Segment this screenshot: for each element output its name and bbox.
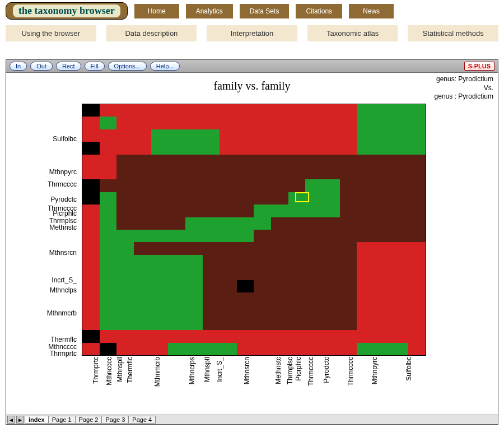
heatmap-cell xyxy=(168,280,185,292)
nav-news[interactable]: News xyxy=(349,4,394,18)
subnav-datadesc[interactable]: Data description xyxy=(106,25,197,41)
heatmap-cell xyxy=(305,292,323,305)
heatmap-cell xyxy=(340,129,357,142)
subnav-using[interactable]: Using the browser xyxy=(6,25,96,41)
heatmap-cell xyxy=(116,179,134,192)
heatmap-cell xyxy=(305,117,323,129)
heatmap-cell xyxy=(168,155,185,167)
x-tick-label: Mthncccc xyxy=(105,357,113,385)
heatmap-cell xyxy=(254,204,271,217)
heatmap-cell xyxy=(340,230,357,242)
heatmap[interactable] xyxy=(82,104,426,356)
heatmap-cell xyxy=(237,155,254,167)
x-tick-label: Thrmplsc xyxy=(286,357,294,384)
heatmap-cell xyxy=(203,129,220,142)
subnav-interpretation[interactable]: Interpretation xyxy=(207,25,297,41)
heatmap-cell xyxy=(254,192,271,204)
heatmap-cell xyxy=(237,167,254,179)
y-tick-label: Mthnpyrc xyxy=(49,168,77,176)
heatmap-cell xyxy=(288,179,306,192)
options-button[interactable]: Options... xyxy=(108,62,147,71)
heatmap-cell xyxy=(151,267,169,280)
x-tick-label: Thrmcccc xyxy=(307,357,315,386)
heatmap-cell xyxy=(237,318,254,330)
heatmap-cell xyxy=(323,343,340,355)
heatmap-cell xyxy=(323,217,340,230)
heatmap-cell xyxy=(323,280,340,292)
heatmap-cell xyxy=(271,292,288,305)
heatmap-cell xyxy=(323,179,340,192)
heatmap-cell xyxy=(134,292,151,305)
heatmap-cell xyxy=(305,230,323,242)
nav-home[interactable]: Home xyxy=(134,4,179,18)
heatmap-cell xyxy=(374,230,391,242)
heatmap-cell xyxy=(134,129,151,142)
heatmap-cell xyxy=(82,242,100,254)
heatmap-cell xyxy=(185,280,203,292)
heatmap-cell xyxy=(305,267,323,280)
heatmap-cell xyxy=(391,129,409,142)
heatmap-cell xyxy=(203,142,220,154)
heatmap-cell xyxy=(357,142,374,154)
tab-scroll-left-icon[interactable]: ◄ xyxy=(7,416,15,424)
heatmap-cell xyxy=(408,230,426,242)
zoom-in-button[interactable]: In xyxy=(10,62,27,71)
subnav-atlas[interactable]: Taxonomic atlas xyxy=(307,25,398,41)
heatmap-cell xyxy=(305,129,323,142)
help-button[interactable]: Help... xyxy=(150,62,180,71)
zoom-out-button[interactable]: Out xyxy=(30,62,53,71)
y-tick-label: Incrt_S_ xyxy=(52,276,77,284)
heatmap-cell xyxy=(134,155,151,167)
fill-button[interactable]: Fill xyxy=(85,62,105,71)
plot-toolbar: In Out Rect Fill Options... Help... S-PL… xyxy=(6,60,498,73)
heatmap-cell xyxy=(203,217,220,230)
tab-scroll-right-icon[interactable]: ► xyxy=(16,416,24,424)
heatmap-cell xyxy=(271,192,288,204)
tab-page-4[interactable]: Page 4 xyxy=(128,416,156,424)
y-tick-label: Thrmprtc xyxy=(50,350,77,357)
tab-index[interactable]: index xyxy=(25,416,49,424)
heatmap-cell xyxy=(254,267,271,280)
plot-area: family vs. family genus: Pyrodictium Vs.… xyxy=(6,73,498,415)
heatmap-cell xyxy=(254,155,271,167)
tab-page-2[interactable]: Page 2 xyxy=(75,416,102,424)
subnav-stats[interactable]: Statistical methods xyxy=(408,25,498,41)
heatmap-cell xyxy=(203,155,220,167)
heatmap-cell xyxy=(185,267,203,280)
heatmap-cell xyxy=(374,318,391,330)
heatmap-cell xyxy=(185,142,203,154)
heatmap-cell xyxy=(271,230,288,242)
heatmap-cell xyxy=(134,204,151,217)
heatmap-cell xyxy=(374,155,391,167)
heatmap-cell xyxy=(220,343,237,355)
tab-page-1[interactable]: Page 1 xyxy=(48,416,76,424)
heatmap-cell xyxy=(220,292,237,305)
heatmap-cell xyxy=(203,230,220,242)
heatmap-cell xyxy=(374,179,391,192)
heatmap-cell xyxy=(203,104,220,117)
tab-page-3[interactable]: Page 3 xyxy=(101,416,129,424)
x-tick-label: Pyrodctc xyxy=(323,357,330,383)
heatmap-cell xyxy=(134,117,151,129)
heatmap-cell xyxy=(271,330,288,342)
nav-analytics[interactable]: Analytics xyxy=(186,4,233,18)
nav-citations[interactable]: Citations xyxy=(296,4,342,18)
heatmap-cell xyxy=(151,330,169,342)
heatmap-cell xyxy=(151,204,169,217)
heatmap-cell xyxy=(357,192,374,204)
heatmap-cell xyxy=(323,204,340,217)
heatmap-cell xyxy=(408,192,426,204)
heatmap-cell xyxy=(237,104,254,117)
heatmap-cell xyxy=(288,117,306,129)
heatmap-cell xyxy=(340,280,357,292)
heatmap-cell xyxy=(82,330,100,342)
heatmap-cell xyxy=(340,204,357,217)
heatmap-cell xyxy=(237,179,254,192)
heatmap-cell xyxy=(391,117,409,129)
nav-datasets[interactable]: Data Sets xyxy=(240,4,290,18)
rect-button[interactable]: Rect xyxy=(56,62,81,71)
heatmap-cell xyxy=(288,155,306,167)
heatmap-cell xyxy=(254,142,271,154)
heatmap-cell xyxy=(357,305,374,317)
heatmap-cell xyxy=(288,192,306,204)
